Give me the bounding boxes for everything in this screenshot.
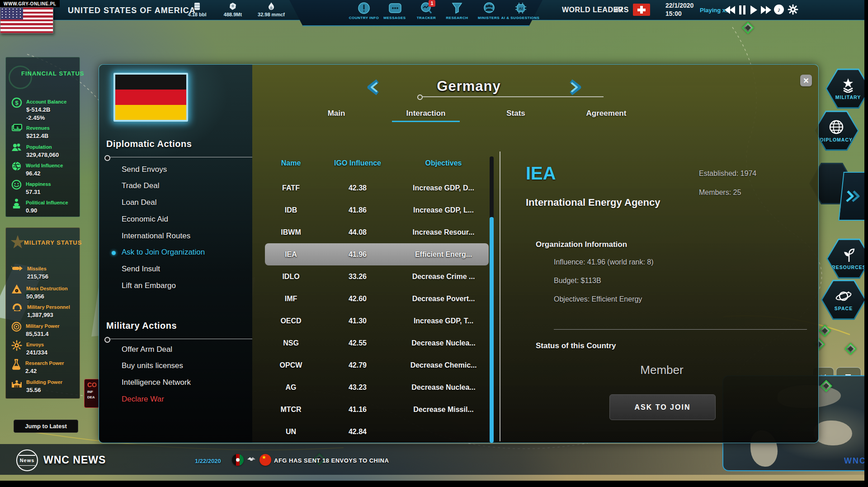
military-rank-icon xyxy=(840,77,856,93)
tracker-badge: 1 xyxy=(429,0,435,7)
table-row-iea-selected[interactable]: IEA41.96Efficient Energ... xyxy=(265,243,489,265)
stat-label: Happiness xyxy=(26,181,51,187)
stat-value: 0.90 xyxy=(26,207,37,214)
org-objectives: Efficient Energ... xyxy=(398,251,489,259)
org-name: IEA xyxy=(265,251,317,259)
dollar-coin-icon: $ xyxy=(11,97,22,108)
org-objectives: Decrease Chemic... xyxy=(398,361,489,369)
close-icon[interactable]: ✕ xyxy=(800,75,812,86)
table-row-nsg[interactable]: NSG42.55Decrease Nuclea... xyxy=(265,332,489,354)
stat-value: 241/334 xyxy=(26,349,47,356)
org-influence: 41.16 xyxy=(317,406,398,414)
table-row-idb[interactable]: IDB41.86Increase GDP, L... xyxy=(265,199,489,221)
financial-status-panel: FINANCIAL STATUS $ Account Balance $-514… xyxy=(5,57,80,217)
scrollbar-thumb[interactable] xyxy=(490,217,494,443)
tab-agreement[interactable]: Agreement xyxy=(586,109,627,118)
table-row-opcw[interactable]: OPCW42.79Decrease Chemic... xyxy=(265,354,489,376)
org-influence: 42.38 xyxy=(317,184,398,192)
stat-mass-destruction: Mass Destruction 50,956 xyxy=(11,284,68,300)
table-row-ag[interactable]: AG43.23Decrease Nuclea... xyxy=(265,376,489,398)
country-info-icon xyxy=(358,2,370,14)
table-row-mtcr[interactable]: MTCR41.16Decrease Missil... xyxy=(265,398,489,421)
nav-label: MESSAGES xyxy=(383,16,406,20)
org-objectives: Increase Resour... xyxy=(398,228,489,236)
action-offer-arm-deal[interactable]: Offer Arm Deal xyxy=(122,345,172,354)
hex-resources-button[interactable]: RESOURCES xyxy=(826,238,868,279)
space-saturn-icon xyxy=(835,288,852,304)
pause-button[interactable] xyxy=(739,5,746,15)
org-name: IBWM xyxy=(265,228,317,236)
action-buy-units-licenses[interactable]: Buy units licenses xyxy=(122,361,183,370)
afghanistan-flag-icon xyxy=(232,454,244,466)
org-influence: 42.60 xyxy=(317,295,398,303)
action-trade-deal[interactable]: Trade Deal xyxy=(122,181,159,190)
org-budget-line: Budget: $113B xyxy=(554,277,601,285)
action-send-envoys[interactable]: Send Envoys xyxy=(122,165,167,174)
stat-happiness: Happiness 57.31 xyxy=(11,180,51,196)
table-row-imf[interactable]: IMF42.60Decrease Povert... xyxy=(265,288,489,310)
tab-main[interactable]: Main xyxy=(328,109,345,118)
action-international-routes[interactable]: International Routes xyxy=(122,232,190,241)
globe-icon xyxy=(11,161,22,171)
table-row-oecd[interactable]: OECD41.30Increase GDP, T... xyxy=(265,310,489,332)
title-underline-dot xyxy=(417,95,423,100)
envoy-icon xyxy=(11,340,22,351)
action-send-insult[interactable]: Send Insult xyxy=(122,265,160,274)
missile-icon xyxy=(11,264,23,272)
action-ask-to-join-organization[interactable]: Ask to Join Organization xyxy=(122,248,205,257)
org-influence-line: Influence: 41.96 (world rank: 8) xyxy=(554,258,654,266)
membership-status: Member xyxy=(569,363,755,377)
org-established: Established: 1974 xyxy=(699,170,756,178)
org-influence: 42.84 xyxy=(317,428,398,436)
svg-text:AI: AI xyxy=(519,6,523,11)
org-members: Members: 25 xyxy=(699,189,741,197)
tab-interaction[interactable]: Interaction xyxy=(406,109,446,118)
next-country-button[interactable] xyxy=(567,79,583,95)
rewind-button[interactable] xyxy=(724,5,736,15)
resource-gas-value: 32.98 mmcf xyxy=(258,12,285,17)
action-economic-aid[interactable]: Economic Aid xyxy=(122,215,168,224)
table-scrollbar[interactable] xyxy=(490,156,494,443)
stat-value: 96.42 xyxy=(26,170,41,177)
org-influence: 44.08 xyxy=(317,228,398,236)
org-name: AG xyxy=(265,383,317,392)
hex-diplomacy-button[interactable]: DIPLOMACY xyxy=(814,110,859,151)
col-igo-influence: IGO Influence xyxy=(317,159,398,167)
play-button[interactable] xyxy=(750,5,758,15)
org-influence: 42.79 xyxy=(317,361,398,369)
stat-value: 35.56 xyxy=(26,387,41,393)
action-loan-deal[interactable]: Loan Deal xyxy=(122,198,157,207)
music-button[interactable]: ♪ xyxy=(774,5,784,14)
action-intelligence-network[interactable]: Intelligence Network xyxy=(122,378,191,387)
org-influence: 43.23 xyxy=(317,383,398,392)
hex-space-button[interactable]: SPACE xyxy=(821,279,866,321)
action-declare-war[interactable]: Declare War xyxy=(122,395,164,404)
player-country-name: UNITED STATES OF AMERICA xyxy=(68,6,196,15)
table-row-ibwm[interactable]: IBWM44.08Increase Resour... xyxy=(265,221,489,243)
stat-label: Research Power xyxy=(25,360,64,366)
combat-notification[interactable]: CO INF DEA xyxy=(84,379,99,408)
stat-label: Mass Destruction xyxy=(26,286,68,291)
jump-to-latest-button[interactable]: Jump to Latest xyxy=(14,420,78,433)
table-row-un[interactable]: UN42.84 xyxy=(265,421,489,443)
action-lift-an-embargo[interactable]: Lift an Embargo xyxy=(122,281,176,290)
stat-value: 57.31 xyxy=(26,189,41,195)
org-name: NSG xyxy=(265,339,317,347)
org-objectives: Decrease Nuclea... xyxy=(398,383,489,392)
table-row-idlo[interactable]: IDLO33.26Decrease Crime ... xyxy=(265,265,489,288)
settings-gear-button[interactable] xyxy=(788,4,798,15)
prev-country-button[interactable] xyxy=(366,79,381,95)
news-icon-text: News xyxy=(20,458,35,463)
table-row-fatf[interactable]: FATF42.38Increase GDP, D... xyxy=(265,177,489,199)
sidebar-expand-arrow[interactable] xyxy=(838,172,868,221)
resources-plant-icon xyxy=(841,247,857,263)
nav-ai-suggestions[interactable]: AI AI & SUGGESTIONS xyxy=(500,2,541,20)
fast-forward-button[interactable] xyxy=(760,5,772,15)
coal-icon xyxy=(228,2,237,11)
stat-military-power: Military Power 85,531.4 xyxy=(11,322,60,338)
tab-stats[interactable]: Stats xyxy=(506,109,525,118)
hex-label: DIPLOMACY xyxy=(820,137,853,142)
hex-military-button[interactable]: MILITARY xyxy=(826,68,868,109)
news-globe-icon: News xyxy=(16,449,38,471)
ask-to-join-button[interactable]: ASK TO JOIN xyxy=(609,394,716,420)
